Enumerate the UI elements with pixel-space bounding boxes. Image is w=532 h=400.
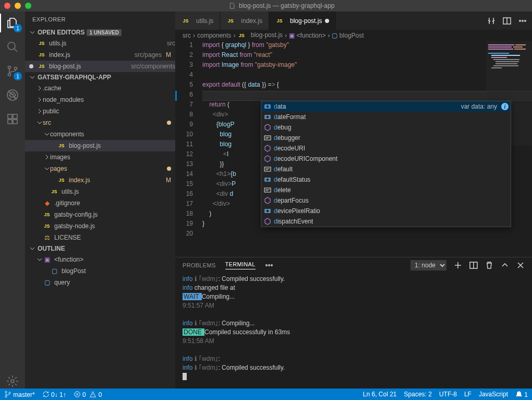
editor[interactable]: 1234567891011121314151617181920 xyxy=(175,41,532,257)
keyword-symbol-icon xyxy=(263,134,272,142)
breadcrumb-item[interactable]: components xyxy=(197,32,231,39)
tree-item[interactable]: .cache xyxy=(25,83,175,94)
outline-item[interactable]: ▢query xyxy=(25,277,175,288)
close-panel-button[interactable] xyxy=(516,261,525,269)
open-editor[interactable]: JS utils.js src xyxy=(25,38,175,49)
split-icon xyxy=(469,261,478,269)
svg-point-41 xyxy=(9,392,10,393)
panel-tab-problems[interactable]: PROBLEMS xyxy=(183,262,216,268)
tree-item[interactable]: ◆.gitignore xyxy=(25,197,175,209)
outline-item[interactable]: ▣<function> xyxy=(25,254,175,265)
plus-icon xyxy=(454,261,462,269)
tree-item[interactable]: components xyxy=(25,128,175,140)
tree-item[interactable]: src xyxy=(25,117,175,128)
project-section[interactable]: GATSBY-GRAPHQL-APP xyxy=(25,72,175,83)
bug-no-icon xyxy=(6,89,19,101)
close-window-button[interactable] xyxy=(4,3,10,9)
status-spaces[interactable]: Spaces: 2 xyxy=(404,391,432,398)
suggestion-label: decodeURIComponent xyxy=(274,155,509,162)
terminal-cursor xyxy=(183,373,187,380)
settings-activity[interactable] xyxy=(5,374,20,389)
intellisense-popup[interactable]: datavar data: anyidateFormatdebugdebugge… xyxy=(261,101,511,227)
compare-changes-button[interactable] xyxy=(487,17,495,25)
suggestion-item[interactable]: debugger xyxy=(261,133,511,143)
suggestion-item[interactable]: devicePixelRatio xyxy=(261,206,511,216)
outline-section[interactable]: OUTLINE xyxy=(25,243,175,254)
status-cursor[interactable]: Ln 6, Col 21 xyxy=(363,391,397,398)
status-eol[interactable]: LF xyxy=(464,391,471,398)
suggestion-item[interactable]: delete xyxy=(261,185,511,195)
svg-rect-19 xyxy=(514,49,526,50)
terminal-select[interactable]: 1: node xyxy=(410,260,446,270)
status-encoding[interactable]: UTF-8 xyxy=(439,391,457,398)
debug-activity[interactable] xyxy=(5,88,20,102)
open-editor[interactable]: JS index.js src/pages M xyxy=(25,49,175,61)
gutter: 1234567891011121314151617181920 xyxy=(175,41,202,257)
split-editor-button[interactable] xyxy=(503,17,511,25)
suggestion-item[interactable]: default xyxy=(261,164,511,174)
suggestion-item[interactable]: decodeURIComponent xyxy=(261,154,511,164)
tree-item[interactable]: JSgatsby-config.js xyxy=(25,209,175,220)
tree-item[interactable]: JSutils.js xyxy=(25,186,175,197)
tree-item[interactable]: images xyxy=(25,151,175,163)
maximize-panel-button[interactable] xyxy=(501,261,509,269)
suggestion-item[interactable]: decodeURI xyxy=(261,143,511,154)
panel-more-button[interactable] xyxy=(265,261,273,269)
tree-item[interactable]: JSgatsby-node.js xyxy=(25,220,175,232)
tree-item[interactable]: pages xyxy=(25,163,175,174)
extensions-activity[interactable] xyxy=(5,112,20,126)
variable-symbol-icon xyxy=(263,175,272,184)
suggestion-item[interactable]: defaultStatus xyxy=(261,174,511,185)
breadcrumb-item[interactable]: ▣ <function> xyxy=(289,32,325,39)
file-tree: .cachenode_modulespublicsrccomponentsJSb… xyxy=(25,83,175,243)
tree-item[interactable]: JSblog-post.js xyxy=(25,140,175,151)
status-language[interactable]: JavaScript xyxy=(479,391,508,398)
info-icon[interactable]: i xyxy=(501,103,509,110)
suggestion-item[interactable]: datavar data: anyi xyxy=(261,101,511,112)
explorer-activity[interactable]: 1 xyxy=(5,16,20,30)
suggestion-item[interactable]: departFocus xyxy=(261,195,511,206)
status-sync[interactable]: 0↓ 1↑ xyxy=(42,391,66,398)
more-actions-button[interactable] xyxy=(518,17,527,25)
open-editor[interactable]: JS blog-post.js src/components xyxy=(25,61,175,72)
open-editors-section[interactable]: OPEN EDITORS 1 UNSAVED xyxy=(25,27,175,38)
kill-terminal-button[interactable] xyxy=(485,261,493,269)
status-notifications[interactable]: 1 xyxy=(515,391,528,398)
suggestion-item[interactable]: dispatchEvent xyxy=(261,216,511,227)
tree-item[interactable]: node_modules xyxy=(25,94,175,105)
outline-item[interactable]: ▢blogPost xyxy=(25,265,175,277)
editor-tab[interactable]: JS index.js xyxy=(220,11,269,30)
maximize-window-button[interactable] xyxy=(25,3,31,9)
activity-bar: 1 1 xyxy=(0,11,25,389)
terminal-output[interactable]: info ℹ ｢wdm｣: Compiled successfully.info… xyxy=(175,273,532,389)
keyword-symbol-icon xyxy=(263,186,272,194)
tree-item[interactable]: JSindex.jsM xyxy=(25,174,175,186)
chevron-right-icon xyxy=(37,108,43,114)
bell-icon xyxy=(515,391,523,398)
suggestion-item[interactable]: dateFormat xyxy=(261,112,511,122)
svg-rect-25 xyxy=(495,63,517,64)
search-activity[interactable] xyxy=(5,40,20,54)
variable-symbol-icon: ▢ xyxy=(332,32,337,39)
editor-tab[interactable]: JS blog-post.js xyxy=(269,11,336,30)
split-terminal-button[interactable] xyxy=(469,261,478,269)
breadcrumb-item[interactable]: ▢ blogPost xyxy=(332,32,364,39)
outline-item-label: <function> xyxy=(54,256,175,263)
tree-item[interactable]: public xyxy=(25,105,175,117)
svg-rect-6 xyxy=(8,120,12,124)
new-terminal-button[interactable] xyxy=(454,261,462,269)
breadcrumb-item[interactable]: JS blog-post.js xyxy=(237,31,283,40)
panel-tab-terminal[interactable]: TERMINAL xyxy=(225,261,256,269)
breadcrumb[interactable]: src›components›JS blog-post.js›▣ <functi… xyxy=(175,30,532,41)
svg-point-39 xyxy=(5,391,7,393)
breadcrumb-item[interactable]: src xyxy=(183,32,191,39)
status-branch[interactable]: master* xyxy=(4,391,35,398)
editor-tab[interactable]: JS utils.js xyxy=(175,11,220,30)
method-symbol-icon xyxy=(263,155,272,163)
branch-icon xyxy=(4,391,11,398)
suggestion-item[interactable]: debug xyxy=(261,122,511,133)
tree-item[interactable]: ⚖LICENSE xyxy=(25,232,175,243)
scm-activity[interactable]: 1 xyxy=(5,64,20,78)
minimize-window-button[interactable] xyxy=(15,3,21,9)
status-problems[interactable]: 0 0 xyxy=(74,391,102,398)
